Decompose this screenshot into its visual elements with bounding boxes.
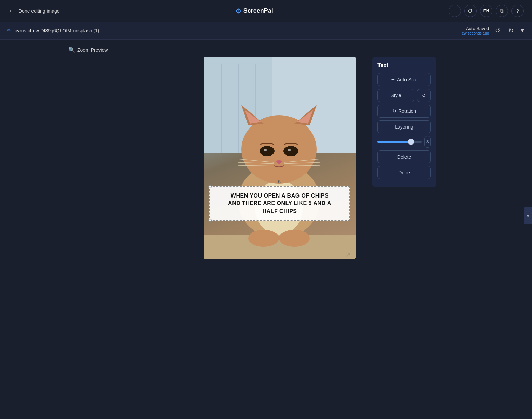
secondary-toolbar: ✏ cyrus-chew-DI39g6QhOIM-unsplash (1) Au… xyxy=(0,22,532,40)
logo-icon: ⚙ xyxy=(235,7,241,15)
svg-point-23 xyxy=(248,230,279,247)
text-line-1: WHEN YOU OPEN A BAG OF CHIPS xyxy=(231,193,329,199)
rotation-label: Rotation xyxy=(398,108,416,114)
style-button[interactable]: Style xyxy=(377,89,414,102)
svg-point-13 xyxy=(283,146,298,156)
svg-point-14 xyxy=(264,149,267,151)
eye-visibility-button[interactable]: 👁 xyxy=(424,136,431,148)
logo-text: ScreenPal xyxy=(243,7,273,14)
text-panel: Text ✦ Auto Size Style ↺ ↻ Rotation xyxy=(372,57,436,187)
bottom-area xyxy=(0,392,532,419)
svg-point-12 xyxy=(260,146,275,156)
redo-button[interactable]: ↻ xyxy=(506,26,516,36)
main-area: 🔍 Zoom Preview xyxy=(0,40,532,392)
style-reset-button[interactable]: ↺ xyxy=(417,89,431,102)
undo-button[interactable]: ↺ xyxy=(493,26,502,36)
zoom-icon: 🔍 xyxy=(68,46,75,53)
text-panel-container: Text ✦ Auto Size Style ↺ ↻ Rotation xyxy=(372,57,436,187)
corner-handle-tl[interactable] xyxy=(208,185,212,188)
rotation-icon: ↻ xyxy=(392,108,396,114)
file-name: cyrus-chew-DI39g6QhOIM-unsplash (1) xyxy=(15,28,99,33)
svg-rect-3 xyxy=(238,64,239,153)
text-line-3: HALF CHIPS xyxy=(263,208,297,214)
auto-size-icon: ✦ xyxy=(391,77,395,82)
done-label: Done xyxy=(398,170,410,175)
cat-svg: ↗ xyxy=(204,57,356,259)
top-nav-actions: ≡ ⏱ EN ⧉ ? xyxy=(449,5,524,17)
image-container: ↗ ↻ WHEN YOU OPEN A BAG OF CHIPS AND THE… xyxy=(204,57,356,259)
canvas-area: 🔍 Zoom Preview xyxy=(0,40,532,392)
top-navigation: ← Done editing image ⚙ ScreenPal ≡ ⏱ EN … xyxy=(0,0,532,22)
toolbar-dropdown-button[interactable]: ▼ xyxy=(520,28,525,34)
svg-point-7 xyxy=(241,115,317,184)
help-button[interactable]: ? xyxy=(511,5,524,17)
back-button[interactable]: ← Done editing image xyxy=(8,7,60,15)
text-line-2: AND THERE ARE ONLY LIKE 5 AND A xyxy=(228,200,331,206)
text-overlay[interactable]: ↻ WHEN YOU OPEN A BAG OF CHIPS AND THERE… xyxy=(209,186,350,221)
logo-area: ⚙ ScreenPal xyxy=(235,7,273,15)
cat-image: ↗ xyxy=(204,57,356,259)
opacity-row: 👁 xyxy=(377,136,431,148)
svg-point-24 xyxy=(279,230,310,247)
delete-button[interactable]: Delete xyxy=(377,150,431,163)
autosave-sub: Few seconds ago xyxy=(460,31,489,35)
rotation-button[interactable]: ↻ Rotation xyxy=(377,105,431,118)
layers-button[interactable]: ⧉ xyxy=(496,5,508,17)
history-button[interactable]: ⏱ xyxy=(464,5,477,17)
back-icon: ← xyxy=(8,7,15,15)
delete-label: Delete xyxy=(397,154,411,160)
svg-text:↗: ↗ xyxy=(346,252,351,258)
eye-icon: 👁 xyxy=(426,139,430,144)
auto-size-button[interactable]: ✦ Auto Size xyxy=(377,73,431,86)
corner-handle-bl[interactable] xyxy=(208,219,212,222)
opacity-slider[interactable] xyxy=(377,141,422,143)
auto-size-label: Auto Size xyxy=(397,77,417,82)
text-overlay-content: WHEN YOU OPEN A BAG OF CHIPS AND THERE A… xyxy=(214,192,345,215)
back-label: Done editing image xyxy=(18,8,60,14)
autosave-title: Auto Saved xyxy=(460,26,489,31)
panel-title: Text xyxy=(377,62,431,68)
layering-button[interactable]: Layering xyxy=(377,120,431,133)
menu-button[interactable]: ≡ xyxy=(449,5,461,17)
style-row: Style ↺ xyxy=(377,89,431,102)
zoom-label: Zoom Preview xyxy=(77,47,108,53)
style-reset-icon: ↺ xyxy=(422,93,426,98)
rotation-handle[interactable]: ↻ xyxy=(277,179,282,185)
file-edit-icon: ✏ xyxy=(7,27,11,34)
autosave-info: Auto Saved Few seconds ago xyxy=(460,26,489,35)
svg-point-15 xyxy=(288,149,291,151)
layering-label: Layering xyxy=(395,124,413,130)
style-label: Style xyxy=(390,93,401,98)
file-info: ✏ cyrus-chew-DI39g6QhOIM-unsplash (1) xyxy=(7,27,99,34)
collapse-arrow[interactable]: « xyxy=(524,207,532,224)
zoom-preview-label[interactable]: 🔍 Zoom Preview xyxy=(68,46,108,53)
svg-rect-2 xyxy=(221,64,222,153)
toolbar-right: Auto Saved Few seconds ago ↺ ↻ ▼ xyxy=(460,26,525,36)
done-button[interactable]: Done xyxy=(377,166,431,179)
language-button[interactable]: EN xyxy=(480,5,492,17)
